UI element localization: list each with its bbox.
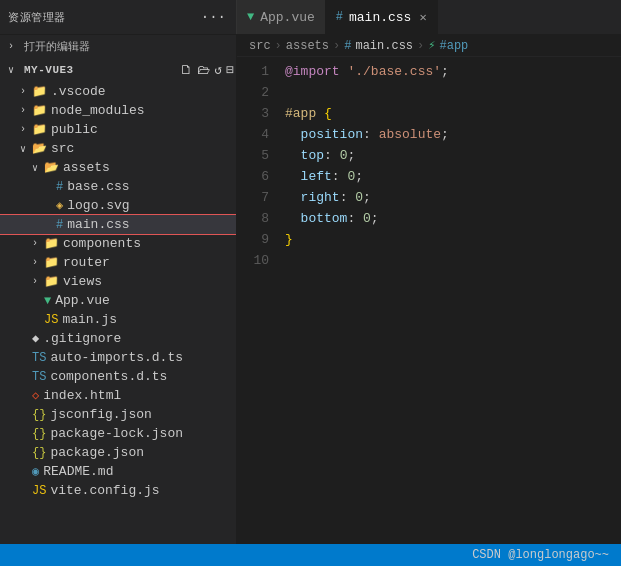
new-file-icon[interactable]: 🗋 <box>178 61 195 80</box>
new-folder-icon[interactable]: 🗁 <box>195 61 212 80</box>
sidebar-item-public[interactable]: › 📁 public <box>0 120 236 139</box>
tab-main-css[interactable]: # main.css ✕ <box>326 0 438 34</box>
md-icon: ◉ <box>32 464 39 479</box>
colon: : <box>347 208 363 229</box>
vue-icon: ▼ <box>44 294 51 308</box>
line-num-8: 8 <box>245 208 269 229</box>
main-js-label: main.js <box>62 312 117 327</box>
more-icon[interactable]: ··· <box>199 7 228 27</box>
breadcrumb-app: #app <box>439 39 468 53</box>
sidebar-item-assets[interactable]: ∨ 📂 assets <box>0 158 236 177</box>
components-dts-label: components.d.ts <box>50 369 167 384</box>
project-root[interactable]: ∨ MY-VUE3 🗋 🗁 ↺ ⊟ <box>0 58 236 82</box>
line-num-7: 7 <box>245 187 269 208</box>
sidebar-item-app-vue[interactable]: › ▼ App.vue <box>0 291 236 310</box>
indent <box>285 187 301 208</box>
readme-label: README.md <box>43 464 113 479</box>
sidebar-item-router[interactable]: › 📁 router <box>0 253 236 272</box>
sidebar-item-logo-svg[interactable]: › ◈ logo.svg <box>0 196 236 215</box>
indent <box>285 124 301 145</box>
open-editors-header[interactable]: › 打开的编辑器 <box>0 35 236 58</box>
breadcrumb-lightning: ⚡ <box>428 38 435 53</box>
package-json-label: package.json <box>50 445 144 460</box>
folder-icon: 📁 <box>44 274 59 289</box>
assets-label: assets <box>63 160 110 175</box>
js-icon: JS <box>44 313 58 327</box>
refresh-icon[interactable]: ↺ <box>212 60 224 80</box>
content-area: › 打开的编辑器 ∨ MY-VUE3 🗋 🗁 ↺ ⊟ › 📁 .vscode ›… <box>0 35 621 544</box>
sidebar: › 打开的编辑器 ∨ MY-VUE3 🗋 🗁 ↺ ⊟ › 📁 .vscode ›… <box>0 35 237 544</box>
sidebar-item-base-css[interactable]: › # base.css <box>0 177 236 196</box>
folder-open-icon: 📂 <box>32 141 47 156</box>
line-num-9: 9 <box>245 229 269 250</box>
code-line-6: left : 0 ; <box>285 166 621 187</box>
sidebar-item-vite-config[interactable]: › JS vite.config.js <box>0 481 236 500</box>
semicolon: ; <box>441 61 449 82</box>
css-icon: # <box>56 180 63 194</box>
css-icon: # <box>56 218 63 232</box>
sidebar-item-index-html[interactable]: › ◇ index.html <box>0 386 236 405</box>
sidebar-item-main-js[interactable]: › JS main.js <box>0 310 236 329</box>
collapse-all-icon[interactable]: ⊟ <box>224 60 236 80</box>
sidebar-item-package-lock[interactable]: › {} package-lock.json <box>0 424 236 443</box>
editor-pane: src › assets › # main.css › ⚡ #app 1 2 3… <box>237 35 621 544</box>
code-lines[interactable]: @import './base.css' ; #app { position : <box>281 61 621 540</box>
sidebar-item-auto-imports[interactable]: › TS auto-imports.d.ts <box>0 348 236 367</box>
line-num-3: 3 <box>245 103 269 124</box>
prop-top: top <box>301 145 324 166</box>
sidebar-item-components-dts[interactable]: › TS components.d.ts <box>0 367 236 386</box>
git-icon: ◆ <box>32 331 39 346</box>
top-bar: 资源管理器 ··· ▼ App.vue # main.css ✕ <box>0 0 621 35</box>
base-css-label: base.css <box>67 179 129 194</box>
sidebar-item-gitignore[interactable]: › ◆ .gitignore <box>0 329 236 348</box>
sidebar-item-package-json[interactable]: › {} package.json <box>0 443 236 462</box>
code-line-9: } <box>285 229 621 250</box>
open-editors-label: 打开的编辑器 <box>24 39 90 54</box>
tab-app-vue[interactable]: ▼ App.vue <box>237 0 326 34</box>
tab-close-icon[interactable]: ✕ <box>419 10 426 25</box>
vite-config-label: vite.config.js <box>50 483 159 498</box>
ts-icon: TS <box>32 370 46 384</box>
sidebar-item-vscode[interactable]: › 📁 .vscode <box>0 82 236 101</box>
folder-open-icon: 📂 <box>44 160 59 175</box>
breadcrumb-src: src <box>249 39 271 53</box>
val-0: 0 <box>340 145 348 166</box>
logo-svg-label: logo.svg <box>67 198 129 213</box>
indent <box>285 145 301 166</box>
code-area[interactable]: 1 2 3 4 5 6 7 8 9 10 @import './base.css… <box>237 57 621 544</box>
line-num-2: 2 <box>245 82 269 103</box>
views-label: views <box>63 274 102 289</box>
semicolon: ; <box>347 145 355 166</box>
auto-imports-label: auto-imports.d.ts <box>50 350 183 365</box>
folder-icon: 📁 <box>32 122 47 137</box>
vscode-chevron: › <box>20 86 32 97</box>
sidebar-item-views[interactable]: › 📁 views <box>0 272 236 291</box>
tabs-bar: ▼ App.vue # main.css ✕ <box>237 0 621 34</box>
app-vue-label: App.vue <box>55 293 110 308</box>
folder-icon: 📁 <box>32 103 47 118</box>
colon: : <box>363 124 379 145</box>
svg-icon: ◈ <box>56 198 63 213</box>
semicolon: ; <box>441 124 449 145</box>
code-line-5: top : 0 ; <box>285 145 621 166</box>
selector: #app <box>285 103 316 124</box>
tab-main-css-label: main.css <box>349 10 411 25</box>
html-icon: ◇ <box>32 388 39 403</box>
prop-bottom: bottom <box>301 208 348 229</box>
main-css-label: main.css <box>67 217 129 232</box>
src-chevron: ∨ <box>20 143 32 155</box>
line-num-5: 5 <box>245 145 269 166</box>
views-chevron: › <box>32 276 44 287</box>
breadcrumb-hash: # <box>344 39 351 53</box>
sidebar-item-readme[interactable]: › ◉ README.md <box>0 462 236 481</box>
breadcrumb-assets: assets <box>286 39 329 53</box>
sidebar-item-main-css[interactable]: › # main.css <box>0 215 236 234</box>
status-bar: CSDN @longlongago~~ <box>0 544 621 566</box>
sidebar-item-src[interactable]: ∨ 📂 src <box>0 139 236 158</box>
sidebar-item-components[interactable]: › 📁 components <box>0 234 236 253</box>
import-keyword: @import <box>285 61 347 82</box>
gitignore-label: .gitignore <box>43 331 121 346</box>
vue-file-icon: ▼ <box>247 10 254 24</box>
sidebar-item-jsconfig[interactable]: › {} jsconfig.json <box>0 405 236 424</box>
sidebar-item-node-modules[interactable]: › 📁 node_modules <box>0 101 236 120</box>
